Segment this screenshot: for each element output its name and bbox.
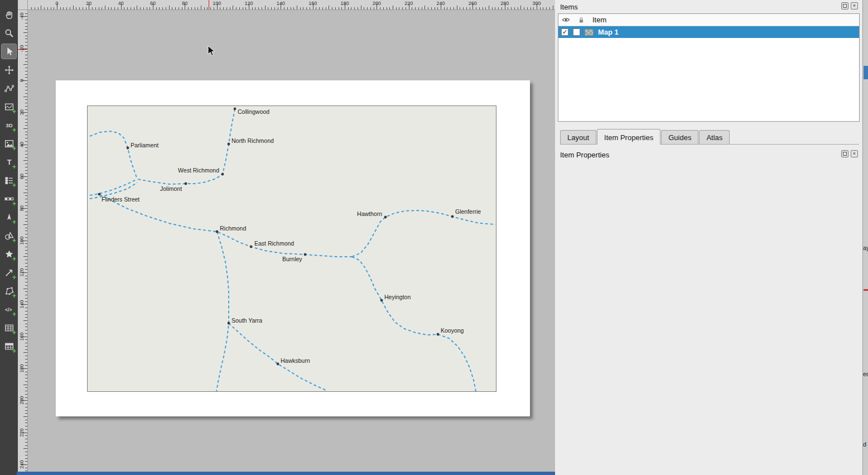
legend-icon [4, 176, 14, 185]
ruler-label: 300 [530, 1, 543, 6]
add-3d-map-button[interactable] [2, 118, 16, 132]
ruler-label: 200 [370, 1, 383, 6]
station-label: Richmond [220, 225, 246, 232]
tab-guides[interactable]: Guides [661, 130, 698, 144]
lock-icon [577, 16, 585, 24]
node-item-icon [4, 286, 14, 296]
ruler-label: 140 [19, 296, 25, 312]
station-dot [380, 299, 383, 302]
add-north-arrow-button[interactable] [2, 210, 16, 224]
ruler-label: 280 [498, 1, 512, 6]
arrow-icon [4, 268, 14, 277]
clipped-blue-block [864, 66, 868, 79]
ruler-label: 80 [19, 200, 25, 216]
lock-checkbox[interactable] [573, 28, 580, 36]
item-properties-title: Item Properties [560, 151, 609, 159]
add-arrow-button[interactable] [2, 265, 16, 280]
zoom-tool-button[interactable] [2, 26, 16, 40]
ruler-label: 140 [274, 1, 287, 6]
station-dot [304, 253, 307, 256]
item-column-header: Item [592, 16, 606, 24]
window-bottom-edge [17, 472, 555, 475]
station-dot [127, 147, 129, 150]
railway-map: CollingwoodNorth RichmondParliamentWest … [88, 106, 496, 391]
add-legend-button[interactable] [2, 173, 16, 188]
north-arrow-icon [4, 213, 14, 222]
station-dot [228, 143, 230, 146]
station-label: Heyington [384, 294, 411, 300]
float-panel-icon[interactable] [841, 150, 848, 157]
magnifier-icon [4, 28, 14, 38]
rail-line-city-loop-parliament [90, 131, 137, 179]
station-label: Hawthorn [357, 210, 382, 217]
add-marker-button[interactable] [2, 247, 16, 261]
float-panel-icon[interactable] [841, 2, 848, 9]
clipped-text-fragment: d [863, 441, 866, 448]
station-label: Kooyong [441, 327, 464, 334]
item-properties-titlebar: Item Properties × [555, 148, 862, 161]
station-label: Jolimont [160, 185, 182, 192]
edit-nodes-icon [4, 84, 14, 93]
ruler-label: 100 [19, 233, 25, 248]
edit-nodes-tool-button[interactable] [2, 81, 16, 95]
cursor-position-marker-h [209, 0, 209, 10]
add-label-button[interactable] [2, 155, 16, 169]
map-icon [4, 102, 14, 112]
clipped-red-mark [864, 289, 868, 291]
tab-atlas[interactable]: Atlas [699, 130, 730, 144]
item-row-map1[interactable]: ✓ Map 1 [558, 26, 859, 38]
station-label: West Richmond [178, 167, 219, 174]
station-dot [234, 108, 237, 111]
right-dock: Items × Item ✓ Map 1 [555, 0, 862, 475]
3d-map-icon [4, 121, 14, 130]
station-label: Glenferrie [455, 208, 481, 215]
ruler-label: 160 [306, 1, 320, 6]
html-icon [4, 305, 14, 314]
add-attribute-table-button[interactable] [2, 320, 16, 335]
clipped-panel-edge: ay ed d [862, 0, 868, 475]
ruler-label: 220 [19, 425, 25, 440]
ruler-label: 100 [210, 1, 224, 6]
tab-item-properties[interactable]: Item Properties [597, 129, 660, 145]
ruler-label: 0 [19, 73, 25, 88]
station-label: Flinders Street [102, 196, 139, 203]
add-map-button[interactable] [2, 99, 16, 114]
station-dot [437, 333, 440, 336]
station-label: South Yarra [232, 317, 262, 324]
add-fixed-table-button[interactable] [2, 339, 16, 353]
pan-hand-icon [4, 10, 14, 20]
cursor-arrow-icon [4, 47, 14, 56]
close-panel-icon[interactable]: × [851, 150, 858, 157]
picture-icon [4, 139, 14, 148]
station-dot [228, 322, 230, 325]
tab-layout[interactable]: Layout [560, 130, 596, 144]
add-shape-button[interactable] [2, 228, 16, 243]
move-item-content-tool-button[interactable] [2, 63, 16, 77]
close-panel-icon[interactable]: × [851, 2, 858, 9]
move-arrows-icon [4, 65, 14, 75]
items-panel-title: Items [560, 3, 578, 11]
add-html-button[interactable] [2, 302, 16, 316]
ruler-label: 60 [146, 1, 160, 6]
station-dot [277, 363, 279, 366]
star-marker-icon [4, 250, 14, 259]
layout-canvas[interactable]: CollingwoodNorth RichmondParliamentWest … [28, 10, 555, 475]
ruler-label: 260 [466, 1, 479, 6]
ruler-label: 240 [19, 457, 25, 472]
add-picture-button[interactable] [2, 136, 16, 151]
ruler-label: 80 [178, 1, 191, 6]
items-tree: Item ✓ Map 1 [558, 13, 860, 122]
map-item[interactable]: CollingwoodNorth RichmondParliamentWest … [87, 105, 496, 392]
add-node-item-button[interactable] [2, 284, 16, 298]
ruler-label: -40 [19, 10, 25, 24]
station-label: North Richmond [232, 137, 274, 144]
station-dot [221, 173, 224, 176]
station-dot [384, 216, 387, 219]
select-move-item-tool-button[interactable] [2, 44, 16, 59]
station-dot [451, 215, 454, 218]
add-scalebar-button[interactable] [2, 191, 16, 206]
visibility-checkbox[interactable]: ✓ [561, 28, 568, 36]
pan-tool-button[interactable] [2, 7, 16, 22]
visibility-eye-icon [562, 16, 570, 24]
ruler-label: 180 [19, 361, 25, 376]
